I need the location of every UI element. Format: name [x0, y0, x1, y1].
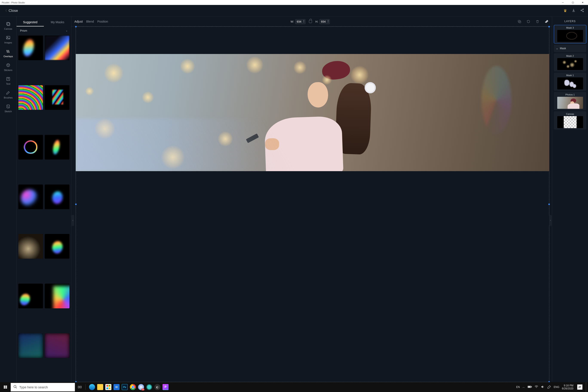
tray-chevron-up-icon[interactable]: ︿ [523, 385, 525, 389]
overlay-thumb[interactable] [18, 36, 43, 60]
layer-item[interactable]: Photos 1 [554, 92, 586, 110]
canvas-photo[interactable] [76, 54, 549, 171]
overlay-thumb[interactable] [18, 234, 43, 259]
handle-mr[interactable] [548, 204, 550, 205]
taskbar-app-mail[interactable]: ✉ [113, 384, 119, 390]
tab-suggested[interactable]: Suggested [16, 20, 44, 26]
tray-lang2[interactable]: ENG [554, 386, 560, 388]
overlay-thumb[interactable] [18, 284, 43, 308]
taskbar-search[interactable]: Type here to search [10, 383, 75, 392]
layer-name: Mask 2 [566, 54, 574, 57]
taskbar-app-generic2[interactable] [146, 384, 152, 390]
taskbar-app-generic3[interactable]: ◐ [154, 384, 160, 390]
mask-group-row[interactable]: ⌄ Mask [554, 45, 586, 52]
tab-my-masks[interactable]: My Masks [44, 20, 71, 26]
tool-blend[interactable]: Blend [86, 20, 94, 23]
left-rail: Canvas Images Overlays Stickers Text Bru… [0, 17, 16, 382]
taskbar-app-chrome[interactable] [130, 384, 136, 390]
handle-tr[interactable] [548, 26, 550, 28]
sketch-icon [6, 104, 10, 109]
overlay-thumb[interactable] [45, 234, 69, 259]
taskbar-app-photoshop[interactable]: Ps [122, 384, 128, 390]
reset-icon[interactable] [527, 20, 530, 24]
rail-label: Stickers [4, 69, 12, 72]
show-desktop-button[interactable] [586, 382, 587, 392]
overlay-thumb[interactable] [18, 135, 43, 160]
width-stepper[interactable]: ▲▼ [303, 20, 305, 23]
tray-calendar-badge[interactable]: 27 [577, 384, 583, 390]
layer-item[interactable]: Mask 1 [554, 73, 586, 91]
overlay-thumb[interactable] [45, 135, 69, 160]
start-button[interactable] [0, 382, 10, 392]
layer-name: Mask 1 [566, 74, 574, 76]
rail-label: Brushes [4, 96, 12, 99]
tray-volume-icon[interactable] [541, 385, 545, 389]
overlay-thumbnails [16, 34, 71, 382]
close-button[interactable]: 〈 Close [4, 8, 18, 13]
overlay-thumb[interactable] [18, 184, 43, 209]
overlay-thumb[interactable] [18, 85, 43, 110]
rail-overlays[interactable]: Overlays [0, 46, 16, 60]
rail-label: Images [4, 41, 12, 44]
app-root: 〈 Close ♛ Canvas Images [0, 5, 588, 382]
task-view-button[interactable] [75, 385, 84, 389]
share-icon[interactable] [580, 8, 584, 13]
tray-lang1[interactable]: EN [516, 386, 520, 388]
tool-position[interactable]: Position [97, 20, 108, 23]
right-panel: LAYERS Mask 3 ⌄ Mask Mask 2 [552, 17, 588, 382]
overlay-thumb[interactable] [45, 284, 69, 308]
overlays-icon [6, 49, 10, 54]
lock-aspect-icon[interactable] [309, 20, 312, 23]
taskbar-app-store[interactable] [105, 384, 111, 390]
rail-stickers[interactable]: Stickers [0, 60, 16, 74]
collapse-right-button[interactable]: › [549, 215, 552, 226]
height-stepper[interactable]: ▲▼ [327, 20, 329, 23]
overlay-thumb[interactable] [45, 36, 69, 60]
rail-canvas[interactable]: Canvas [0, 19, 16, 33]
overlay-thumb[interactable] [45, 333, 69, 358]
close-label: Close [8, 8, 18, 13]
canvas-icon [6, 22, 10, 26]
overlay-thumb[interactable] [45, 85, 69, 110]
tray-battery-icon[interactable] [528, 386, 532, 389]
taskbar-app-picsart[interactable]: P [162, 384, 168, 390]
overlay-thumb[interactable] [45, 184, 69, 209]
tray-pen-icon[interactable] [547, 385, 551, 390]
rail-label: Overlays [3, 55, 13, 58]
maximize-button[interactable]: ▢ [568, 0, 578, 5]
minimize-button[interactable]: ─ [558, 0, 568, 5]
handle-tl[interactable] [75, 26, 77, 28]
layer-item[interactable]: Canvas [554, 112, 586, 130]
taskbar-app-edge[interactable] [89, 384, 95, 390]
images-icon [6, 35, 10, 40]
download-icon[interactable] [572, 8, 576, 13]
taskbar-app-explorer[interactable] [97, 384, 103, 390]
rail-sketch[interactable]: Sketch [0, 102, 16, 115]
layer-item[interactable]: Mask 2 [554, 53, 586, 72]
duplicate-icon[interactable] [518, 20, 521, 24]
rail-brushes[interactable]: Brushes [0, 88, 16, 102]
rail-label: Text [6, 82, 10, 85]
tool-adjust[interactable]: Adjust [74, 20, 83, 23]
eraser-icon[interactable] [545, 19, 549, 24]
app-header: 〈 Close ♛ [0, 5, 588, 17]
svg-point-7 [7, 64, 10, 67]
tray-wifi-icon[interactable] [535, 385, 538, 389]
delete-icon[interactable] [536, 20, 540, 24]
category-dropdown[interactable]: Prism ⌄ [16, 26, 71, 34]
rail-text[interactable]: Text [0, 74, 16, 88]
collapse-left-button[interactable]: ‹ [71, 215, 74, 226]
rail-images[interactable]: Images [0, 33, 16, 46]
premium-crown-icon[interactable]: ♛ [564, 8, 567, 13]
tray-date: 6/26/2020 [562, 387, 573, 390]
mask-group-label: Mask [560, 47, 566, 50]
tray-clock[interactable]: 9:16 PM 6/26/2020 [562, 384, 573, 390]
layer-item[interactable]: Mask 3 [554, 25, 586, 44]
svg-rect-16 [4, 387, 5, 388]
taskbar-app-generic1[interactable]: 10 [138, 384, 144, 390]
close-window-button[interactable]: ✕ [578, 0, 588, 5]
layer-thumb [557, 116, 583, 128]
overlay-thumb[interactable] [18, 333, 43, 358]
canvas-area[interactable]: ‹ › [71, 26, 552, 382]
handle-ml[interactable] [75, 204, 77, 205]
